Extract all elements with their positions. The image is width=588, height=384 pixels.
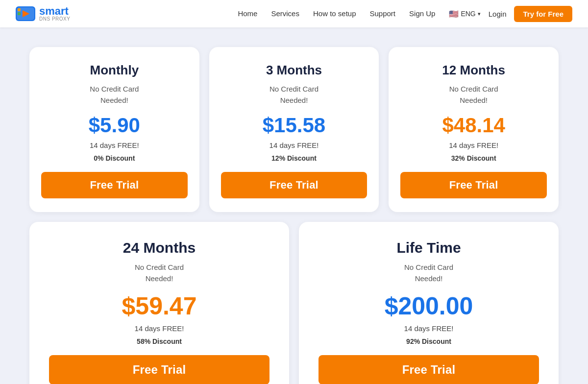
nav-how-to-setup[interactable]: How to setup: [313, 9, 356, 18]
chevron-down-icon: ▾: [478, 11, 481, 17]
plan-3months-nocredit: No Credit CardNeeded!: [270, 84, 318, 106]
plan-lifetime: Life Time No Credit CardNeeded! $200.00 …: [299, 222, 559, 384]
plan-24months-free-trial-button[interactable]: Free Trial: [49, 355, 270, 384]
plan-monthly: Monthly No Credit CardNeeded! $5.90 14 d…: [29, 47, 199, 212]
plan-monthly-freedays: 14 days FREE!: [90, 141, 139, 149]
main-content: Monthly No Credit CardNeeded! $5.90 14 d…: [0, 27, 588, 384]
plan-lifetime-free-trial-button[interactable]: Free Trial: [318, 355, 539, 384]
plan-24months-discount: 58% Discount: [137, 337, 182, 345]
nav-support[interactable]: Support: [370, 9, 396, 18]
plan-3months-free-trial-button[interactable]: Free Trial: [221, 172, 368, 198]
plan-lifetime-freedays: 14 days FREE!: [404, 324, 454, 333]
plan-3months: 3 Months No Credit CardNeeded! $15.58 14…: [209, 47, 379, 212]
plan-12months-free-trial-button[interactable]: Free Trial: [400, 172, 547, 198]
plan-12months-title: 12 Months: [442, 63, 505, 78]
plan-12months-discount: 32% Discount: [451, 154, 496, 162]
nav-services[interactable]: Services: [271, 9, 299, 18]
bottom-plans-row: 24 Months No Credit CardNeeded! $59.47 1…: [29, 222, 559, 384]
plan-3months-discount: 12% Discount: [271, 154, 317, 162]
navbar: smart DNS PROXY Home Services How to set…: [0, 0, 588, 27]
plan-24months-title: 24 Months: [123, 240, 196, 256]
plan-lifetime-price: $200.00: [385, 292, 473, 320]
svg-rect-3: [18, 8, 21, 11]
plan-12months-price: $48.14: [442, 114, 505, 137]
plan-24months-freedays: 14 days FREE!: [135, 324, 184, 333]
plan-24months-price: $59.47: [122, 292, 197, 320]
plan-24months-nocredit: No Credit CardNeeded!: [135, 262, 184, 284]
plan-lifetime-title: Life Time: [396, 240, 461, 256]
logo-icon: [16, 6, 35, 21]
top-plans-row: Monthly No Credit CardNeeded! $5.90 14 d…: [29, 47, 559, 212]
login-button[interactable]: Login: [489, 10, 507, 18]
flag-icon: 🇺🇸: [449, 9, 459, 19]
plan-3months-price: $15.58: [263, 114, 325, 137]
plan-monthly-free-trial-button[interactable]: Free Trial: [41, 172, 188, 198]
logo[interactable]: smart DNS PROXY: [16, 6, 70, 22]
try-for-free-button[interactable]: Try for Free: [514, 6, 572, 22]
plan-12months: 12 Months No Credit CardNeeded! $48.14 1…: [389, 47, 559, 212]
plan-monthly-price: $5.90: [89, 114, 140, 137]
lang-label: ENG: [461, 10, 475, 18]
logo-sub-text: DNS PROXY: [39, 17, 70, 22]
plan-monthly-title: Monthly: [90, 63, 139, 78]
nav-signup[interactable]: Sign Up: [409, 9, 435, 18]
language-selector[interactable]: 🇺🇸 ENG ▾: [449, 9, 480, 19]
plan-lifetime-nocredit: No Credit CardNeeded!: [404, 262, 453, 284]
nav-right: 🇺🇸 ENG ▾ Login Try for Free: [449, 6, 572, 22]
plan-monthly-nocredit: No Credit CardNeeded!: [90, 84, 139, 106]
nav-home[interactable]: Home: [238, 9, 257, 18]
plan-12months-nocredit: No Credit CardNeeded!: [449, 84, 498, 106]
plan-monthly-discount: 0% Discount: [94, 154, 135, 162]
plan-lifetime-discount: 92% Discount: [406, 337, 451, 345]
plan-3months-title: 3 Months: [266, 63, 322, 78]
plan-24months: 24 Months No Credit CardNeeded! $59.47 1…: [29, 222, 289, 384]
logo-smart-text: smart: [39, 6, 70, 17]
plan-3months-freedays: 14 days FREE!: [270, 141, 319, 149]
plan-12months-freedays: 14 days FREE!: [449, 141, 498, 149]
nav-links: Home Services How to setup Support Sign …: [238, 9, 435, 18]
svg-rect-4: [18, 12, 21, 15]
